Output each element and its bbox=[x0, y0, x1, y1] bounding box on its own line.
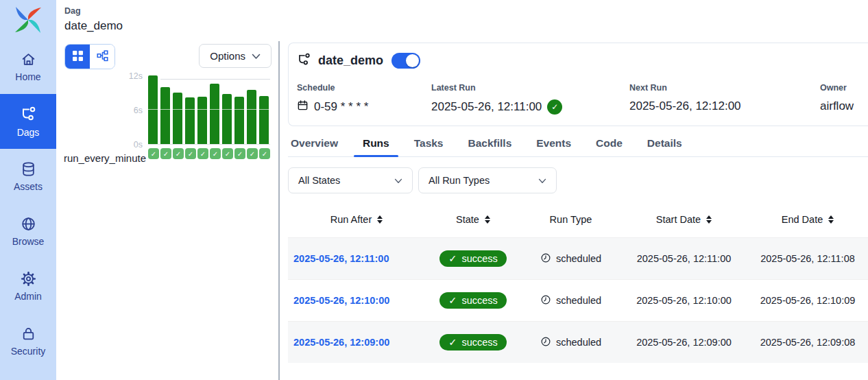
task-instance-success[interactable]: ✓ bbox=[148, 148, 159, 159]
page-header: Dag date_demo bbox=[56, 0, 868, 41]
duration-bar[interactable] bbox=[222, 94, 232, 144]
tab-overview[interactable]: Overview bbox=[288, 134, 347, 156]
status-badge-label: success bbox=[461, 337, 497, 348]
task-instance-row: ✓✓✓✓✓✓✓✓✓✓ bbox=[148, 148, 270, 159]
dag-graph-icon bbox=[19, 105, 37, 123]
dag-stats-row: Schedule 0-59 * * * * bbox=[297, 83, 857, 115]
tab-code[interactable]: Code bbox=[587, 134, 631, 156]
calendar-icon bbox=[297, 99, 309, 115]
stat-label: Next Run bbox=[629, 83, 820, 93]
duration-bar[interactable] bbox=[160, 87, 170, 144]
y-axis-tick: 12s bbox=[129, 71, 143, 81]
sidebar-item-admin[interactable]: Admin bbox=[0, 259, 56, 313]
lock-icon bbox=[21, 326, 36, 342]
column-header-start-date[interactable]: Start Date bbox=[620, 202, 747, 237]
toggle-knob bbox=[406, 54, 419, 67]
sort-icon bbox=[377, 215, 383, 224]
tab-runs[interactable]: Runs bbox=[354, 134, 398, 156]
latest-run-value[interactable]: 2025-05-26, 12:11:00 bbox=[431, 100, 542, 114]
sidebar-item-dags[interactable]: Dags bbox=[0, 94, 56, 149]
dag-icon bbox=[297, 52, 311, 69]
task-instance-success[interactable]: ✓ bbox=[185, 148, 196, 159]
database-icon bbox=[21, 161, 36, 177]
stat-label: Owner bbox=[820, 83, 857, 93]
options-button[interactable]: Options bbox=[199, 44, 272, 68]
dag-pause-toggle[interactable] bbox=[391, 53, 420, 69]
gridline-6s bbox=[148, 109, 270, 110]
airflow-logo[interactable] bbox=[0, 0, 56, 39]
grid-view-button[interactable] bbox=[65, 45, 90, 69]
duration-bar[interactable] bbox=[185, 97, 195, 144]
column-header-run-after[interactable]: Run After bbox=[288, 202, 425, 237]
task-instance-success[interactable]: ✓ bbox=[247, 148, 258, 159]
duration-bar[interactable] bbox=[247, 90, 256, 144]
duration-bar[interactable] bbox=[259, 96, 269, 144]
table-row[interactable]: 2025-05-26, 12:09:00 ✓ success bbox=[288, 321, 868, 363]
success-check-icon: ✓ bbox=[547, 99, 562, 115]
view-toggle bbox=[64, 44, 115, 69]
tab-backfills[interactable]: Backfills bbox=[459, 134, 521, 156]
column-label: End Date bbox=[782, 214, 823, 225]
task-instance-success[interactable]: ✓ bbox=[197, 148, 208, 159]
task-instance-success[interactable]: ✓ bbox=[234, 148, 245, 159]
run-type-filter-select[interactable]: All Run Types bbox=[418, 167, 557, 193]
tab-events[interactable]: Events bbox=[527, 134, 580, 156]
column-label: Start Date bbox=[656, 214, 701, 225]
globe-icon bbox=[21, 216, 36, 232]
duration-bar[interactable] bbox=[210, 84, 219, 144]
sidebar-nav: Home Dags bbox=[0, 39, 56, 368]
run-after-link[interactable]: 2025-05-26, 12:09:00 bbox=[293, 337, 389, 348]
dag-details-panel: date_demo Schedule bbox=[280, 41, 868, 380]
clock-icon bbox=[540, 252, 551, 265]
start-date-cell: 2025-05-26, 12:10:00 bbox=[620, 295, 747, 306]
sidebar-item-browse[interactable]: Browse bbox=[0, 204, 56, 259]
sidebar-item-label: Admin bbox=[14, 291, 42, 302]
sidebar-item-security[interactable]: Security bbox=[0, 313, 56, 368]
run-after-link[interactable]: 2025-05-26, 12:10:00 bbox=[293, 295, 389, 306]
task-instance-success[interactable]: ✓ bbox=[210, 148, 221, 159]
check-icon: ✓ bbox=[448, 295, 457, 306]
stat-latest-run: Latest Run 2025-05-26, 12:11:00 ✓ bbox=[431, 83, 629, 115]
dag-header-card: date_demo Schedule bbox=[288, 43, 868, 126]
task-instance-success[interactable]: ✓ bbox=[173, 148, 184, 159]
state-filter-select[interactable]: All States bbox=[288, 167, 413, 193]
sort-icon bbox=[828, 215, 834, 224]
page-title: date_demo bbox=[64, 19, 868, 33]
gear-icon bbox=[21, 271, 36, 287]
task-instance-success[interactable]: ✓ bbox=[222, 148, 233, 159]
duration-bar[interactable] bbox=[234, 97, 244, 144]
options-button-label: Options bbox=[210, 50, 245, 62]
tab-details[interactable]: Details bbox=[638, 134, 691, 156]
sidebar-item-assets[interactable]: Assets bbox=[0, 149, 56, 204]
status-badge: ✓ success bbox=[439, 292, 507, 309]
status-badge: ✓ success bbox=[439, 250, 507, 267]
duration-bar[interactable] bbox=[173, 93, 182, 144]
status-badge-label: success bbox=[461, 253, 497, 264]
duration-bar[interactable] bbox=[197, 97, 207, 144]
graph-view-button[interactable] bbox=[90, 45, 114, 69]
column-header-run-type: Run Type bbox=[521, 202, 620, 237]
end-date-cell: 2025-05-26, 12:11:08 bbox=[747, 253, 868, 264]
tab-tasks[interactable]: Tasks bbox=[405, 134, 453, 156]
duration-bar[interactable] bbox=[148, 75, 158, 144]
column-header-end-date[interactable]: End Date bbox=[747, 202, 868, 237]
column-header-state[interactable]: State bbox=[425, 202, 521, 237]
runs-table: Run After State Run Type Start Date bbox=[288, 202, 868, 363]
run-after-link[interactable]: 2025-05-26, 12:11:00 bbox=[293, 253, 389, 264]
sidebar-item-label: Browse bbox=[12, 236, 45, 247]
graph-icon bbox=[97, 50, 108, 64]
chevron-down-icon bbox=[252, 50, 261, 62]
table-row[interactable]: 2025-05-26, 12:10:00 ✓ success bbox=[288, 279, 868, 321]
clock-icon bbox=[540, 294, 551, 307]
sidebar-item-home[interactable]: Home bbox=[0, 39, 56, 94]
task-instance-success[interactable]: ✓ bbox=[160, 148, 171, 159]
task-instance-success[interactable]: ✓ bbox=[259, 148, 270, 159]
run-type-label: scheduled bbox=[556, 337, 601, 348]
stat-owner: Owner airflow bbox=[820, 83, 857, 115]
grid-axis-column: 12s 6s 0s run_every_minute bbox=[64, 71, 148, 159]
task-label[interactable]: run_every_minute bbox=[64, 152, 146, 164]
sort-icon bbox=[485, 215, 490, 224]
table-row[interactable]: 2025-05-26, 12:11:00 ✓ success bbox=[288, 237, 868, 279]
dag-title: date_demo bbox=[318, 54, 383, 68]
check-icon: ✓ bbox=[448, 253, 457, 264]
